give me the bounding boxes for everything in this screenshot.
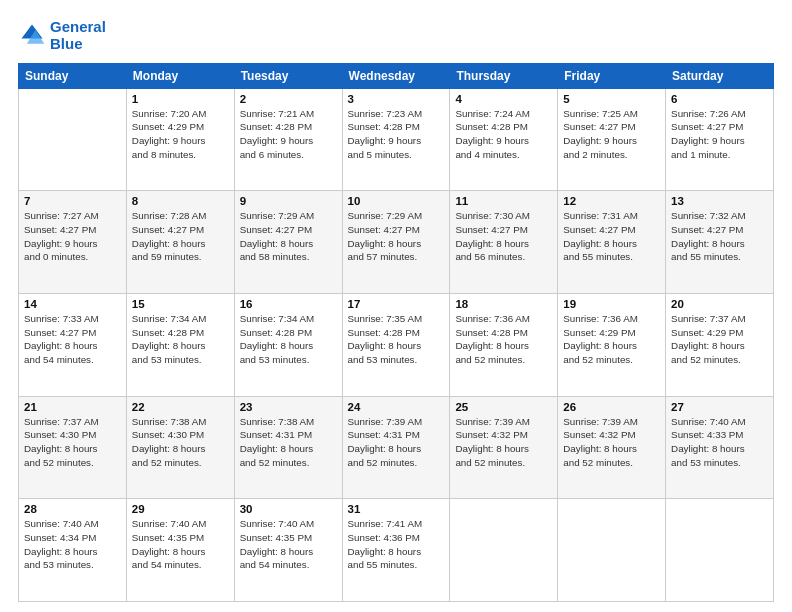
day-info: Sunrise: 7:29 AMSunset: 4:27 PMDaylight:… [348,209,445,264]
day-number: 11 [455,195,552,207]
week-row-4: 28Sunrise: 7:40 AMSunset: 4:34 PMDayligh… [19,499,774,602]
day-number: 28 [24,503,121,515]
page: General Blue SundayMondayTuesdayWednesda… [0,0,792,612]
day-info: Sunrise: 7:40 AMSunset: 4:35 PMDaylight:… [240,517,337,572]
day-cell: 28Sunrise: 7:40 AMSunset: 4:34 PMDayligh… [19,499,127,602]
day-info: Sunrise: 7:39 AMSunset: 4:32 PMDaylight:… [563,415,660,470]
day-number: 6 [671,93,768,105]
day-number: 19 [563,298,660,310]
day-number: 2 [240,93,337,105]
day-number: 29 [132,503,229,515]
day-cell: 23Sunrise: 7:38 AMSunset: 4:31 PMDayligh… [234,396,342,499]
day-cell: 19Sunrise: 7:36 AMSunset: 4:29 PMDayligh… [558,293,666,396]
day-cell [666,499,774,602]
day-number: 31 [348,503,445,515]
day-info: Sunrise: 7:34 AMSunset: 4:28 PMDaylight:… [240,312,337,367]
week-row-0: 1Sunrise: 7:20 AMSunset: 4:29 PMDaylight… [19,88,774,191]
day-cell: 14Sunrise: 7:33 AMSunset: 4:27 PMDayligh… [19,293,127,396]
day-number: 22 [132,401,229,413]
day-number: 12 [563,195,660,207]
day-number: 9 [240,195,337,207]
day-info: Sunrise: 7:25 AMSunset: 4:27 PMDaylight:… [563,107,660,162]
day-number: 16 [240,298,337,310]
day-number: 4 [455,93,552,105]
header-cell-wednesday: Wednesday [342,63,450,88]
day-cell: 10Sunrise: 7:29 AMSunset: 4:27 PMDayligh… [342,191,450,294]
day-info: Sunrise: 7:30 AMSunset: 4:27 PMDaylight:… [455,209,552,264]
day-cell [19,88,127,191]
day-cell: 31Sunrise: 7:41 AMSunset: 4:36 PMDayligh… [342,499,450,602]
day-info: Sunrise: 7:28 AMSunset: 4:27 PMDaylight:… [132,209,229,264]
day-number: 10 [348,195,445,207]
day-cell: 11Sunrise: 7:30 AMSunset: 4:27 PMDayligh… [450,191,558,294]
header-cell-monday: Monday [126,63,234,88]
day-cell: 22Sunrise: 7:38 AMSunset: 4:30 PMDayligh… [126,396,234,499]
day-info: Sunrise: 7:35 AMSunset: 4:28 PMDaylight:… [348,312,445,367]
day-cell: 29Sunrise: 7:40 AMSunset: 4:35 PMDayligh… [126,499,234,602]
day-cell: 5Sunrise: 7:25 AMSunset: 4:27 PMDaylight… [558,88,666,191]
header-cell-tuesday: Tuesday [234,63,342,88]
day-cell: 4Sunrise: 7:24 AMSunset: 4:28 PMDaylight… [450,88,558,191]
day-cell: 27Sunrise: 7:40 AMSunset: 4:33 PMDayligh… [666,396,774,499]
day-number: 25 [455,401,552,413]
header-cell-saturday: Saturday [666,63,774,88]
day-cell: 20Sunrise: 7:37 AMSunset: 4:29 PMDayligh… [666,293,774,396]
day-number: 15 [132,298,229,310]
day-info: Sunrise: 7:37 AMSunset: 4:30 PMDaylight:… [24,415,121,470]
day-info: Sunrise: 7:36 AMSunset: 4:28 PMDaylight:… [455,312,552,367]
week-row-3: 21Sunrise: 7:37 AMSunset: 4:30 PMDayligh… [19,396,774,499]
day-cell: 24Sunrise: 7:39 AMSunset: 4:31 PMDayligh… [342,396,450,499]
header: General Blue [18,18,774,53]
day-number: 13 [671,195,768,207]
day-number: 14 [24,298,121,310]
calendar-table: SundayMondayTuesdayWednesdayThursdayFrid… [18,63,774,603]
day-info: Sunrise: 7:27 AMSunset: 4:27 PMDaylight:… [24,209,121,264]
day-cell: 15Sunrise: 7:34 AMSunset: 4:28 PMDayligh… [126,293,234,396]
day-info: Sunrise: 7:31 AMSunset: 4:27 PMDaylight:… [563,209,660,264]
day-cell: 12Sunrise: 7:31 AMSunset: 4:27 PMDayligh… [558,191,666,294]
day-info: Sunrise: 7:41 AMSunset: 4:36 PMDaylight:… [348,517,445,572]
day-number: 3 [348,93,445,105]
day-info: Sunrise: 7:39 AMSunset: 4:31 PMDaylight:… [348,415,445,470]
day-cell: 17Sunrise: 7:35 AMSunset: 4:28 PMDayligh… [342,293,450,396]
day-info: Sunrise: 7:37 AMSunset: 4:29 PMDaylight:… [671,312,768,367]
day-number: 30 [240,503,337,515]
calendar-body: 1Sunrise: 7:20 AMSunset: 4:29 PMDaylight… [19,88,774,602]
day-cell: 16Sunrise: 7:34 AMSunset: 4:28 PMDayligh… [234,293,342,396]
day-cell: 3Sunrise: 7:23 AMSunset: 4:28 PMDaylight… [342,88,450,191]
day-cell: 21Sunrise: 7:37 AMSunset: 4:30 PMDayligh… [19,396,127,499]
day-number: 23 [240,401,337,413]
day-info: Sunrise: 7:20 AMSunset: 4:29 PMDaylight:… [132,107,229,162]
day-cell: 26Sunrise: 7:39 AMSunset: 4:32 PMDayligh… [558,396,666,499]
header-cell-friday: Friday [558,63,666,88]
day-info: Sunrise: 7:36 AMSunset: 4:29 PMDaylight:… [563,312,660,367]
day-cell: 25Sunrise: 7:39 AMSunset: 4:32 PMDayligh… [450,396,558,499]
logo-text: General Blue [50,18,106,53]
day-number: 7 [24,195,121,207]
day-cell: 13Sunrise: 7:32 AMSunset: 4:27 PMDayligh… [666,191,774,294]
day-cell: 6Sunrise: 7:26 AMSunset: 4:27 PMDaylight… [666,88,774,191]
day-info: Sunrise: 7:21 AMSunset: 4:28 PMDaylight:… [240,107,337,162]
day-info: Sunrise: 7:38 AMSunset: 4:31 PMDaylight:… [240,415,337,470]
day-info: Sunrise: 7:29 AMSunset: 4:27 PMDaylight:… [240,209,337,264]
day-info: Sunrise: 7:40 AMSunset: 4:33 PMDaylight:… [671,415,768,470]
day-cell: 30Sunrise: 7:40 AMSunset: 4:35 PMDayligh… [234,499,342,602]
day-info: Sunrise: 7:40 AMSunset: 4:35 PMDaylight:… [132,517,229,572]
day-cell: 1Sunrise: 7:20 AMSunset: 4:29 PMDaylight… [126,88,234,191]
day-info: Sunrise: 7:39 AMSunset: 4:32 PMDaylight:… [455,415,552,470]
day-number: 26 [563,401,660,413]
day-info: Sunrise: 7:33 AMSunset: 4:27 PMDaylight:… [24,312,121,367]
day-info: Sunrise: 7:40 AMSunset: 4:34 PMDaylight:… [24,517,121,572]
day-number: 21 [24,401,121,413]
day-number: 18 [455,298,552,310]
calendar-header: SundayMondayTuesdayWednesdayThursdayFrid… [19,63,774,88]
day-cell: 7Sunrise: 7:27 AMSunset: 4:27 PMDaylight… [19,191,127,294]
week-row-2: 14Sunrise: 7:33 AMSunset: 4:27 PMDayligh… [19,293,774,396]
day-cell [450,499,558,602]
logo: General Blue [18,18,106,53]
day-info: Sunrise: 7:32 AMSunset: 4:27 PMDaylight:… [671,209,768,264]
day-cell: 8Sunrise: 7:28 AMSunset: 4:27 PMDaylight… [126,191,234,294]
day-number: 20 [671,298,768,310]
day-number: 17 [348,298,445,310]
day-cell: 2Sunrise: 7:21 AMSunset: 4:28 PMDaylight… [234,88,342,191]
